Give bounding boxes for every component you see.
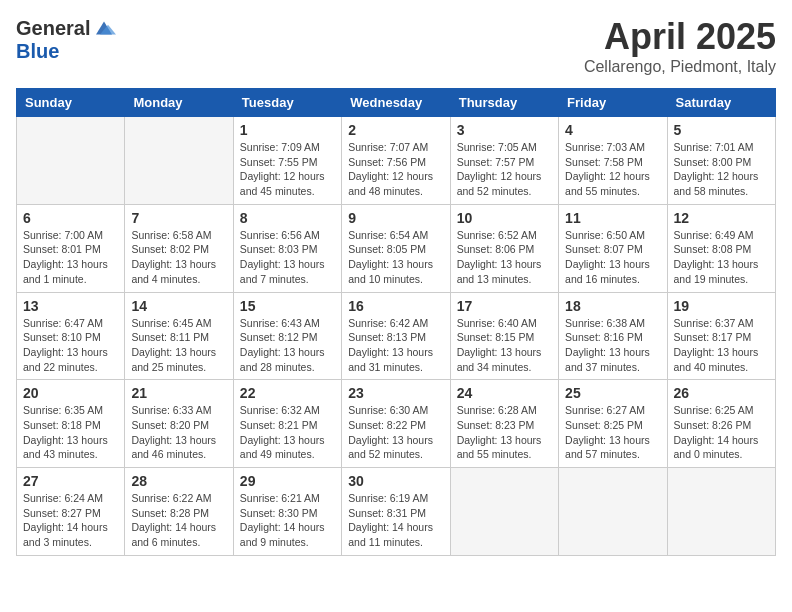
logo-icon <box>92 16 116 40</box>
logo-general: General <box>16 17 90 40</box>
calendar-cell: 14Sunrise: 6:45 AM Sunset: 8:11 PM Dayli… <box>125 292 233 380</box>
day-number: 25 <box>565 385 660 401</box>
calendar-cell: 25Sunrise: 6:27 AM Sunset: 8:25 PM Dayli… <box>559 380 667 468</box>
day-info: Sunrise: 6:49 AM Sunset: 8:08 PM Dayligh… <box>674 228 769 287</box>
day-number: 13 <box>23 298 118 314</box>
day-number: 3 <box>457 122 552 138</box>
day-number: 4 <box>565 122 660 138</box>
calendar-cell: 3Sunrise: 7:05 AM Sunset: 7:57 PM Daylig… <box>450 117 558 205</box>
day-number: 28 <box>131 473 226 489</box>
day-info: Sunrise: 6:47 AM Sunset: 8:10 PM Dayligh… <box>23 316 118 375</box>
calendar-cell: 15Sunrise: 6:43 AM Sunset: 8:12 PM Dayli… <box>233 292 341 380</box>
calendar-cell: 4Sunrise: 7:03 AM Sunset: 7:58 PM Daylig… <box>559 117 667 205</box>
weekday-header-thursday: Thursday <box>450 89 558 117</box>
calendar-cell: 1Sunrise: 7:09 AM Sunset: 7:55 PM Daylig… <box>233 117 341 205</box>
calendar-cell <box>559 468 667 556</box>
page-header: General Blue April 2025 Cellarengo, Pied… <box>16 16 776 76</box>
day-number: 8 <box>240 210 335 226</box>
day-number: 14 <box>131 298 226 314</box>
calendar-cell: 6Sunrise: 7:00 AM Sunset: 8:01 PM Daylig… <box>17 204 125 292</box>
day-info: Sunrise: 6:35 AM Sunset: 8:18 PM Dayligh… <box>23 403 118 462</box>
day-info: Sunrise: 7:01 AM Sunset: 8:00 PM Dayligh… <box>674 140 769 199</box>
day-number: 15 <box>240 298 335 314</box>
calendar-cell: 18Sunrise: 6:38 AM Sunset: 8:16 PM Dayli… <box>559 292 667 380</box>
calendar-cell <box>667 468 775 556</box>
calendar-cell: 17Sunrise: 6:40 AM Sunset: 8:15 PM Dayli… <box>450 292 558 380</box>
week-row-1: 1Sunrise: 7:09 AM Sunset: 7:55 PM Daylig… <box>17 117 776 205</box>
day-info: Sunrise: 6:22 AM Sunset: 8:28 PM Dayligh… <box>131 491 226 550</box>
weekday-header-tuesday: Tuesday <box>233 89 341 117</box>
week-row-4: 20Sunrise: 6:35 AM Sunset: 8:18 PM Dayli… <box>17 380 776 468</box>
calendar-cell: 21Sunrise: 6:33 AM Sunset: 8:20 PM Dayli… <box>125 380 233 468</box>
calendar-cell: 29Sunrise: 6:21 AM Sunset: 8:30 PM Dayli… <box>233 468 341 556</box>
calendar-cell: 23Sunrise: 6:30 AM Sunset: 8:22 PM Dayli… <box>342 380 450 468</box>
weekday-header-sunday: Sunday <box>17 89 125 117</box>
day-info: Sunrise: 6:21 AM Sunset: 8:30 PM Dayligh… <box>240 491 335 550</box>
calendar-cell <box>450 468 558 556</box>
calendar-cell: 28Sunrise: 6:22 AM Sunset: 8:28 PM Dayli… <box>125 468 233 556</box>
day-info: Sunrise: 6:32 AM Sunset: 8:21 PM Dayligh… <box>240 403 335 462</box>
day-number: 12 <box>674 210 769 226</box>
day-info: Sunrise: 6:19 AM Sunset: 8:31 PM Dayligh… <box>348 491 443 550</box>
day-number: 27 <box>23 473 118 489</box>
calendar-cell: 12Sunrise: 6:49 AM Sunset: 8:08 PM Dayli… <box>667 204 775 292</box>
day-number: 5 <box>674 122 769 138</box>
day-info: Sunrise: 6:42 AM Sunset: 8:13 PM Dayligh… <box>348 316 443 375</box>
day-number: 29 <box>240 473 335 489</box>
day-info: Sunrise: 6:37 AM Sunset: 8:17 PM Dayligh… <box>674 316 769 375</box>
day-info: Sunrise: 6:56 AM Sunset: 8:03 PM Dayligh… <box>240 228 335 287</box>
calendar-cell: 8Sunrise: 6:56 AM Sunset: 8:03 PM Daylig… <box>233 204 341 292</box>
day-number: 22 <box>240 385 335 401</box>
day-number: 10 <box>457 210 552 226</box>
calendar-cell <box>125 117 233 205</box>
week-row-5: 27Sunrise: 6:24 AM Sunset: 8:27 PM Dayli… <box>17 468 776 556</box>
month-title: April 2025 <box>584 16 776 58</box>
calendar-cell: 5Sunrise: 7:01 AM Sunset: 8:00 PM Daylig… <box>667 117 775 205</box>
day-number: 11 <box>565 210 660 226</box>
calendar-cell: 20Sunrise: 6:35 AM Sunset: 8:18 PM Dayli… <box>17 380 125 468</box>
day-number: 23 <box>348 385 443 401</box>
calendar-cell: 9Sunrise: 6:54 AM Sunset: 8:05 PM Daylig… <box>342 204 450 292</box>
week-row-2: 6Sunrise: 7:00 AM Sunset: 8:01 PM Daylig… <box>17 204 776 292</box>
calendar: SundayMondayTuesdayWednesdayThursdayFrid… <box>16 88 776 556</box>
weekday-header-monday: Monday <box>125 89 233 117</box>
day-number: 6 <box>23 210 118 226</box>
day-number: 1 <box>240 122 335 138</box>
weekday-header-saturday: Saturday <box>667 89 775 117</box>
calendar-cell: 7Sunrise: 6:58 AM Sunset: 8:02 PM Daylig… <box>125 204 233 292</box>
day-number: 26 <box>674 385 769 401</box>
calendar-cell: 22Sunrise: 6:32 AM Sunset: 8:21 PM Dayli… <box>233 380 341 468</box>
weekday-header-row: SundayMondayTuesdayWednesdayThursdayFrid… <box>17 89 776 117</box>
day-number: 24 <box>457 385 552 401</box>
day-info: Sunrise: 6:24 AM Sunset: 8:27 PM Dayligh… <box>23 491 118 550</box>
day-info: Sunrise: 6:25 AM Sunset: 8:26 PM Dayligh… <box>674 403 769 462</box>
day-info: Sunrise: 7:03 AM Sunset: 7:58 PM Dayligh… <box>565 140 660 199</box>
calendar-cell: 30Sunrise: 6:19 AM Sunset: 8:31 PM Dayli… <box>342 468 450 556</box>
calendar-cell: 16Sunrise: 6:42 AM Sunset: 8:13 PM Dayli… <box>342 292 450 380</box>
calendar-cell: 27Sunrise: 6:24 AM Sunset: 8:27 PM Dayli… <box>17 468 125 556</box>
day-info: Sunrise: 6:30 AM Sunset: 8:22 PM Dayligh… <box>348 403 443 462</box>
calendar-cell: 10Sunrise: 6:52 AM Sunset: 8:06 PM Dayli… <box>450 204 558 292</box>
day-info: Sunrise: 7:07 AM Sunset: 7:56 PM Dayligh… <box>348 140 443 199</box>
day-info: Sunrise: 6:54 AM Sunset: 8:05 PM Dayligh… <box>348 228 443 287</box>
day-number: 2 <box>348 122 443 138</box>
title-block: April 2025 Cellarengo, Piedmont, Italy <box>584 16 776 76</box>
calendar-cell: 11Sunrise: 6:50 AM Sunset: 8:07 PM Dayli… <box>559 204 667 292</box>
day-info: Sunrise: 6:28 AM Sunset: 8:23 PM Dayligh… <box>457 403 552 462</box>
calendar-cell: 13Sunrise: 6:47 AM Sunset: 8:10 PM Dayli… <box>17 292 125 380</box>
week-row-3: 13Sunrise: 6:47 AM Sunset: 8:10 PM Dayli… <box>17 292 776 380</box>
day-number: 17 <box>457 298 552 314</box>
logo-blue: Blue <box>16 40 59 63</box>
day-info: Sunrise: 6:50 AM Sunset: 8:07 PM Dayligh… <box>565 228 660 287</box>
calendar-cell: 24Sunrise: 6:28 AM Sunset: 8:23 PM Dayli… <box>450 380 558 468</box>
day-info: Sunrise: 7:00 AM Sunset: 8:01 PM Dayligh… <box>23 228 118 287</box>
day-number: 21 <box>131 385 226 401</box>
day-info: Sunrise: 7:09 AM Sunset: 7:55 PM Dayligh… <box>240 140 335 199</box>
weekday-header-wednesday: Wednesday <box>342 89 450 117</box>
day-info: Sunrise: 6:52 AM Sunset: 8:06 PM Dayligh… <box>457 228 552 287</box>
day-number: 20 <box>23 385 118 401</box>
day-number: 19 <box>674 298 769 314</box>
weekday-header-friday: Friday <box>559 89 667 117</box>
calendar-cell: 2Sunrise: 7:07 AM Sunset: 7:56 PM Daylig… <box>342 117 450 205</box>
day-number: 18 <box>565 298 660 314</box>
